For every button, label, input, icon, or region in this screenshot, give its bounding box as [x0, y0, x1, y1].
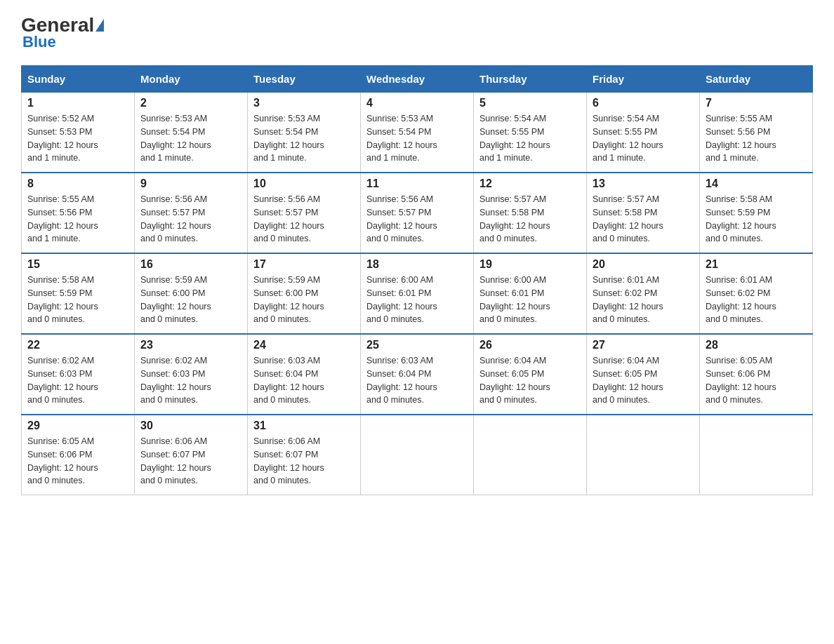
calendar-cell: 11Sunrise: 5:56 AMSunset: 5:57 PMDayligh…	[361, 173, 474, 253]
calendar-cell: 25Sunrise: 6:03 AMSunset: 6:04 PMDayligh…	[361, 334, 474, 415]
logo-blue-text: Blue	[22, 33, 56, 51]
calendar-cell: 19Sunrise: 6:00 AMSunset: 6:01 PMDayligh…	[474, 253, 587, 334]
day-info: Sunrise: 5:58 AMSunset: 5:59 PMDaylight:…	[706, 193, 807, 246]
day-info: Sunrise: 5:57 AMSunset: 5:58 PMDaylight:…	[593, 193, 694, 246]
calendar-cell: 8Sunrise: 5:55 AMSunset: 5:56 PMDaylight…	[22, 173, 135, 253]
day-info: Sunrise: 5:56 AMSunset: 5:57 PMDaylight:…	[140, 193, 241, 246]
calendar-cell: 18Sunrise: 6:00 AMSunset: 6:01 PMDayligh…	[361, 253, 474, 334]
day-number: 26	[479, 339, 581, 351]
day-number: 4	[366, 97, 468, 109]
day-number: 24	[253, 339, 355, 351]
day-info: Sunrise: 6:01 AMSunset: 6:02 PMDaylight:…	[706, 274, 807, 326]
day-number: 30	[140, 420, 241, 432]
day-number: 29	[27, 420, 128, 432]
calendar-cell: 23Sunrise: 6:02 AMSunset: 6:03 PMDayligh…	[135, 334, 248, 415]
day-info: Sunrise: 5:53 AMSunset: 5:54 PMDaylight:…	[140, 112, 241, 165]
day-info: Sunrise: 6:03 AMSunset: 6:04 PMDaylight:…	[253, 354, 355, 407]
day-info: Sunrise: 5:59 AMSunset: 6:00 PMDaylight:…	[253, 274, 355, 326]
day-number: 2	[140, 97, 241, 109]
calendar-cell: 26Sunrise: 6:04 AMSunset: 6:05 PMDayligh…	[474, 334, 587, 415]
day-number: 20	[593, 258, 694, 271]
day-number: 25	[366, 339, 468, 351]
calendar-cell: 31Sunrise: 6:06 AMSunset: 6:07 PMDayligh…	[248, 415, 361, 495]
calendar-cell: 2Sunrise: 5:53 AMSunset: 5:54 PMDaylight…	[135, 93, 248, 173]
day-number: 10	[253, 177, 355, 190]
day-info: Sunrise: 6:05 AMSunset: 6:06 PMDaylight:…	[27, 435, 128, 488]
calendar-cell: 17Sunrise: 5:59 AMSunset: 6:00 PMDayligh…	[248, 253, 361, 334]
calendar-cell: 6Sunrise: 5:54 AMSunset: 5:55 PMDaylight…	[587, 93, 700, 173]
logo-triangle-icon	[95, 19, 104, 32]
calendar-cell: 5Sunrise: 5:54 AMSunset: 5:55 PMDaylight…	[474, 93, 587, 173]
day-info: Sunrise: 6:03 AMSunset: 6:04 PMDaylight:…	[366, 354, 468, 407]
calendar-cell: 12Sunrise: 5:57 AMSunset: 5:58 PMDayligh…	[474, 173, 587, 253]
day-number: 22	[27, 339, 128, 351]
day-info: Sunrise: 5:54 AMSunset: 5:55 PMDaylight:…	[479, 112, 581, 165]
day-of-week-header: Thursday	[474, 66, 587, 93]
day-of-week-header: Wednesday	[361, 66, 474, 93]
day-number: 13	[593, 177, 694, 190]
day-info: Sunrise: 6:06 AMSunset: 6:07 PMDaylight:…	[253, 435, 355, 488]
calendar-week-row: 22Sunrise: 6:02 AMSunset: 6:03 PMDayligh…	[22, 334, 813, 415]
day-number: 6	[593, 97, 694, 109]
day-info: Sunrise: 5:56 AMSunset: 5:57 PMDaylight:…	[366, 193, 468, 246]
calendar-cell: 1Sunrise: 5:52 AMSunset: 5:53 PMDaylight…	[22, 93, 135, 173]
calendar-cell: 15Sunrise: 5:58 AMSunset: 5:59 PMDayligh…	[22, 253, 135, 334]
calendar-cell: 22Sunrise: 6:02 AMSunset: 6:03 PMDayligh…	[22, 334, 135, 415]
day-number: 28	[706, 339, 807, 351]
day-info: Sunrise: 5:53 AMSunset: 5:54 PMDaylight:…	[366, 112, 468, 165]
day-number: 31	[253, 420, 355, 432]
calendar-week-row: 8Sunrise: 5:55 AMSunset: 5:56 PMDaylight…	[22, 173, 813, 253]
calendar-cell: 13Sunrise: 5:57 AMSunset: 5:58 PMDayligh…	[587, 173, 700, 253]
day-info: Sunrise: 6:04 AMSunset: 6:05 PMDaylight:…	[479, 354, 581, 407]
calendar-cell: 29Sunrise: 6:05 AMSunset: 6:06 PMDayligh…	[22, 415, 135, 495]
day-number: 3	[253, 97, 355, 109]
day-info: Sunrise: 6:06 AMSunset: 6:07 PMDaylight:…	[140, 435, 241, 488]
day-number: 14	[706, 177, 807, 190]
day-of-week-header: Friday	[587, 66, 700, 93]
calendar-cell: 28Sunrise: 6:05 AMSunset: 6:06 PMDayligh…	[700, 334, 813, 415]
calendar-cell	[361, 415, 474, 495]
day-info: Sunrise: 5:55 AMSunset: 5:56 PMDaylight:…	[706, 112, 807, 165]
day-number: 12	[479, 177, 581, 190]
day-info: Sunrise: 5:59 AMSunset: 6:00 PMDaylight:…	[140, 274, 241, 326]
calendar-cell: 30Sunrise: 6:06 AMSunset: 6:07 PMDayligh…	[135, 415, 248, 495]
calendar-cell: 10Sunrise: 5:56 AMSunset: 5:57 PMDayligh…	[248, 173, 361, 253]
day-number: 15	[27, 258, 128, 271]
calendar-week-row: 1Sunrise: 5:52 AMSunset: 5:53 PMDaylight…	[22, 93, 813, 173]
calendar-cell: 4Sunrise: 5:53 AMSunset: 5:54 PMDaylight…	[361, 93, 474, 173]
day-number: 18	[366, 258, 468, 271]
calendar-week-row: 29Sunrise: 6:05 AMSunset: 6:06 PMDayligh…	[22, 415, 813, 495]
page-header: General Blue	[21, 14, 813, 51]
day-number: 5	[479, 97, 581, 109]
day-number: 9	[140, 177, 241, 190]
day-of-week-header: Tuesday	[248, 66, 361, 93]
day-info: Sunrise: 5:58 AMSunset: 5:59 PMDaylight:…	[27, 274, 128, 326]
calendar-cell: 16Sunrise: 5:59 AMSunset: 6:00 PMDayligh…	[135, 253, 248, 334]
day-info: Sunrise: 6:01 AMSunset: 6:02 PMDaylight:…	[593, 274, 694, 326]
day-number: 19	[479, 258, 581, 271]
day-info: Sunrise: 6:02 AMSunset: 6:03 PMDaylight:…	[140, 354, 241, 407]
calendar-cell: 27Sunrise: 6:04 AMSunset: 6:05 PMDayligh…	[587, 334, 700, 415]
day-number: 16	[140, 258, 241, 271]
day-of-week-header: Sunday	[22, 66, 135, 93]
day-number: 8	[27, 177, 128, 190]
day-info: Sunrise: 6:00 AMSunset: 6:01 PMDaylight:…	[366, 274, 468, 326]
day-of-week-header: Saturday	[700, 66, 813, 93]
calendar-cell: 9Sunrise: 5:56 AMSunset: 5:57 PMDaylight…	[135, 173, 248, 253]
logo: General Blue	[21, 14, 105, 51]
day-info: Sunrise: 6:05 AMSunset: 6:06 PMDaylight:…	[706, 354, 807, 407]
day-number: 1	[27, 97, 128, 109]
day-info: Sunrise: 6:02 AMSunset: 6:03 PMDaylight:…	[27, 354, 128, 407]
day-number: 17	[253, 258, 355, 271]
calendar-cell: 3Sunrise: 5:53 AMSunset: 5:54 PMDaylight…	[248, 93, 361, 173]
day-info: Sunrise: 5:57 AMSunset: 5:58 PMDaylight:…	[479, 193, 581, 246]
day-info: Sunrise: 5:55 AMSunset: 5:56 PMDaylight:…	[27, 193, 128, 246]
calendar-cell: 14Sunrise: 5:58 AMSunset: 5:59 PMDayligh…	[700, 173, 813, 253]
day-number: 27	[593, 339, 694, 351]
calendar-cell: 7Sunrise: 5:55 AMSunset: 5:56 PMDaylight…	[700, 93, 813, 173]
calendar-header-row: SundayMondayTuesdayWednesdayThursdayFrid…	[22, 66, 813, 93]
day-number: 11	[366, 177, 468, 190]
calendar-cell	[587, 415, 700, 495]
day-number: 21	[706, 258, 807, 271]
day-info: Sunrise: 5:53 AMSunset: 5:54 PMDaylight:…	[253, 112, 355, 165]
